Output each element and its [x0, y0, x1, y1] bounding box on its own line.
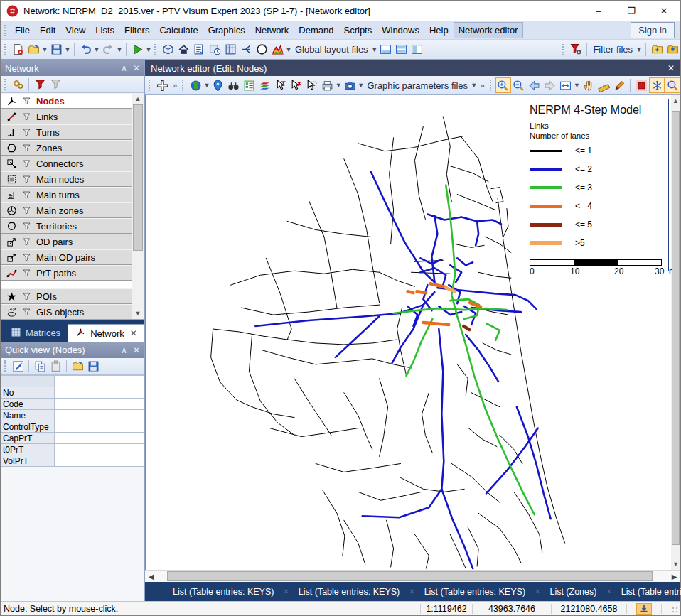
filter-gear-icon[interactable]: [568, 42, 584, 58]
camera-icon[interactable]: [342, 77, 358, 93]
map-horizontal-scrollbar[interactable]: ◀ ▶: [145, 570, 680, 582]
filter-funnel-icon[interactable]: [19, 220, 33, 232]
copy-icon[interactable]: [32, 358, 48, 374]
attribute-value[interactable]: [55, 455, 144, 467]
arrow-left-icon[interactable]: [527, 77, 542, 93]
resize-grip[interactable]: [662, 602, 680, 615]
globe-icon[interactable]: [188, 77, 203, 93]
undo-icon[interactable]: [77, 42, 93, 58]
scroll-up-icon[interactable]: ▲: [132, 93, 144, 104]
snowflake-icon[interactable]: [649, 77, 665, 93]
dropdown-arrow-icon[interactable]: ▼: [358, 82, 364, 89]
dropdown-arrow-icon[interactable]: ▼: [41, 46, 48, 53]
filter-funnel-icon[interactable]: [19, 142, 33, 153]
win-grid-icon[interactable]: [222, 42, 238, 58]
toolbar-label[interactable]: Global layout files: [292, 44, 371, 55]
pin-icon[interactable]: [210, 77, 226, 93]
dropdown-arrow-icon[interactable]: ▼: [574, 82, 580, 89]
filter-funnel-icon[interactable]: [19, 205, 33, 216]
menu-calculate[interactable]: Calculate: [154, 22, 203, 38]
maximize-button[interactable]: ❐: [615, 1, 648, 21]
scroll-right-icon[interactable]: ▶: [668, 573, 680, 580]
minimize-button[interactable]: –: [582, 1, 615, 21]
pin-icon[interactable]: ⊼: [121, 345, 127, 355]
close-icon[interactable]: ✕: [667, 63, 675, 73]
map-vertical-scrollbar[interactable]: ▲ ▼: [671, 95, 680, 570]
new-doc-icon[interactable]: [10, 42, 26, 58]
toolbar-label[interactable]: Filter files: [590, 44, 636, 55]
dropdown-arrow-icon[interactable]: ▼: [145, 46, 152, 53]
tab-matrices[interactable]: Matrices: [4, 324, 68, 342]
dropdown-arrow-icon[interactable]: ▼: [64, 46, 71, 53]
tab-close-icon[interactable]: ✕: [283, 588, 289, 595]
zoom-in-icon[interactable]: [495, 77, 511, 93]
save-icon[interactable]: [85, 358, 101, 374]
close-icon[interactable]: ✕: [133, 345, 140, 355]
filter-funnel-icon[interactable]: [19, 291, 33, 302]
redo-gray-icon[interactable]: [100, 42, 116, 58]
attribute-value[interactable]: [55, 399, 144, 410]
menu-help[interactable]: Help: [424, 22, 454, 38]
network-list-item-links[interactable]: Links: [1, 109, 132, 124]
dropdown-arrow-icon[interactable]: ▼: [93, 46, 100, 53]
wand-icon[interactable]: [10, 358, 26, 374]
menu-file[interactable]: File: [10, 22, 35, 38]
open-folder-icon[interactable]: [26, 42, 41, 58]
menu-windows[interactable]: Windows: [377, 22, 424, 38]
filter-funnel-icon[interactable]: [19, 173, 33, 185]
legendlist-icon[interactable]: [242, 77, 257, 93]
network-list-item-gis-objects[interactable]: GIS objects: [1, 304, 132, 319]
fit-icon[interactable]: [558, 77, 574, 93]
printer-icon[interactable]: [320, 77, 336, 93]
magpink-icon[interactable]: [665, 77, 680, 93]
cursor-cut-icon[interactable]: [289, 77, 304, 93]
cross-plus-icon[interactable]: [154, 77, 170, 93]
network-list-scrollbar[interactable]: ▲ ▼: [132, 93, 144, 319]
network-list-item-main-nodes[interactable]: Main nodes: [1, 171, 132, 187]
dropdown-arrow-icon[interactable]: ▼: [336, 82, 342, 89]
scroll-down-icon[interactable]: ▼: [132, 308, 144, 319]
list-tab-0[interactable]: List (Table entries: KEYS): [163, 587, 283, 597]
close-icon[interactable]: ✕: [133, 63, 140, 73]
tab-network[interactable]: Network✕: [68, 324, 145, 342]
list-tab-3[interactable]: List (Zones): [540, 587, 606, 597]
map-canvas[interactable]: NERPM 4-Step Model Links Number of lanes…: [146, 95, 671, 570]
cursor-funnel-icon[interactable]: [273, 77, 289, 93]
open-folder-icon[interactable]: [70, 358, 85, 374]
filter-funnel-icon[interactable]: [19, 267, 33, 279]
menu-network-editor[interactable]: Network editor: [454, 22, 523, 38]
filter-funnel-icon[interactable]: [19, 95, 33, 107]
tab-close-icon[interactable]: ✕: [535, 588, 540, 595]
win-bottom-icon[interactable]: [378, 42, 394, 58]
cursor-poly-icon[interactable]: [304, 77, 320, 93]
menu-filters[interactable]: Filters: [119, 22, 154, 38]
network-list-item-nodes[interactable]: Nodes: [1, 93, 132, 109]
box3d-icon[interactable]: [160, 42, 176, 58]
tab-close-icon[interactable]: ✕: [606, 588, 611, 595]
attribute-value[interactable]: [55, 433, 144, 444]
circle-icon[interactable]: [254, 42, 269, 58]
funnel-gray-icon[interactable]: [48, 77, 63, 92]
list-tab-2[interactable]: List (Table entries: KEYS): [415, 587, 535, 597]
dropdown-arrow-icon[interactable]: ▼: [203, 82, 210, 89]
recsq-icon[interactable]: [633, 77, 649, 93]
ruler-icon[interactable]: [596, 77, 611, 93]
win-rows-icon[interactable]: [394, 42, 409, 58]
binoculars-icon[interactable]: [226, 77, 242, 93]
attribute-value[interactable]: [55, 421, 144, 433]
dropdown-arrow-icon[interactable]: ▼: [116, 46, 123, 53]
gears-icon[interactable]: [10, 77, 26, 92]
network-list-item-main-od-pairs[interactable]: Main OD pairs: [1, 249, 132, 265]
filter-funnel-icon[interactable]: [19, 306, 33, 318]
filter-funnel-icon[interactable]: [19, 126, 33, 138]
attribute-value[interactable]: [55, 410, 144, 421]
sign-in-button[interactable]: Sign in: [631, 22, 675, 38]
menu-network[interactable]: Network: [250, 22, 294, 38]
dropdown-arrow-icon[interactable]: ▼: [371, 46, 378, 53]
attribute-value[interactable]: [55, 387, 144, 399]
overflow-chevron-icon[interactable]: »: [478, 81, 488, 90]
network-list-item-main-turns[interactable]: Main turns: [1, 187, 132, 202]
dropdown-arrow-icon[interactable]: ▼: [471, 82, 477, 89]
network-list-item-prt-paths[interactable]: PrT paths: [1, 265, 132, 281]
download-tray-icon[interactable]: [636, 603, 652, 615]
